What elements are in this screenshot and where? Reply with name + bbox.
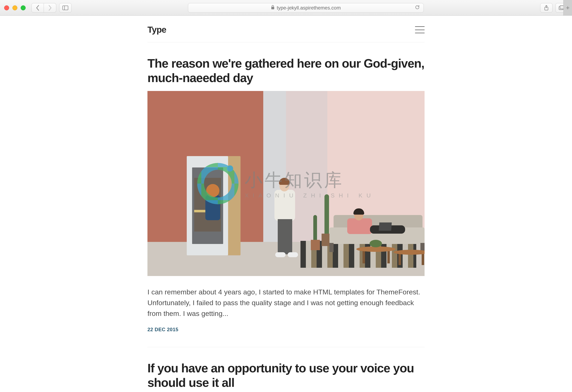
site-header: Type xyxy=(147,21,425,42)
post: The reason we're gathered here on our Go… xyxy=(147,56,425,332)
post-hero-image[interactable]: 小牛知识库 XIAONIU ZHI SHI KU xyxy=(147,91,425,276)
forward-button[interactable] xyxy=(44,3,56,13)
svg-rect-2 xyxy=(271,7,274,9)
svg-rect-0 xyxy=(63,6,68,10)
post-title-link[interactable]: If you have an opportunity to use your v… xyxy=(147,361,414,390)
share-button[interactable] xyxy=(540,3,553,13)
zoom-window-button[interactable] xyxy=(21,5,26,10)
window-controls xyxy=(4,5,26,10)
address-bar-host: type-jekyll.aspirethemes.com xyxy=(277,5,341,11)
page-viewport: Type The reason we're gathered here on o… xyxy=(0,16,572,392)
browser-toolbar: type-jekyll.aspirethemes.com + xyxy=(0,0,572,16)
menu-toggle-button[interactable] xyxy=(415,26,425,33)
post-date: 22 DEC 2015 xyxy=(147,327,425,332)
nav-back-forward-group xyxy=(32,3,56,13)
new-tab-button[interactable]: + xyxy=(563,0,572,16)
post-divider xyxy=(147,347,425,347)
minimize-window-button[interactable] xyxy=(12,5,17,10)
address-bar[interactable]: type-jekyll.aspirethemes.com xyxy=(188,3,424,13)
close-window-button[interactable] xyxy=(4,5,9,10)
back-button[interactable] xyxy=(32,3,44,13)
post-title-link[interactable]: The reason we're gathered here on our Go… xyxy=(147,57,424,85)
post: If you have an opportunity to use your v… xyxy=(147,361,425,392)
post-excerpt: I can remember about 4 years ago, I star… xyxy=(147,287,425,319)
lock-icon xyxy=(271,5,275,11)
site-title[interactable]: Type xyxy=(147,25,166,35)
sidebar-toggle-button[interactable] xyxy=(59,3,72,13)
reload-button[interactable] xyxy=(415,5,420,11)
